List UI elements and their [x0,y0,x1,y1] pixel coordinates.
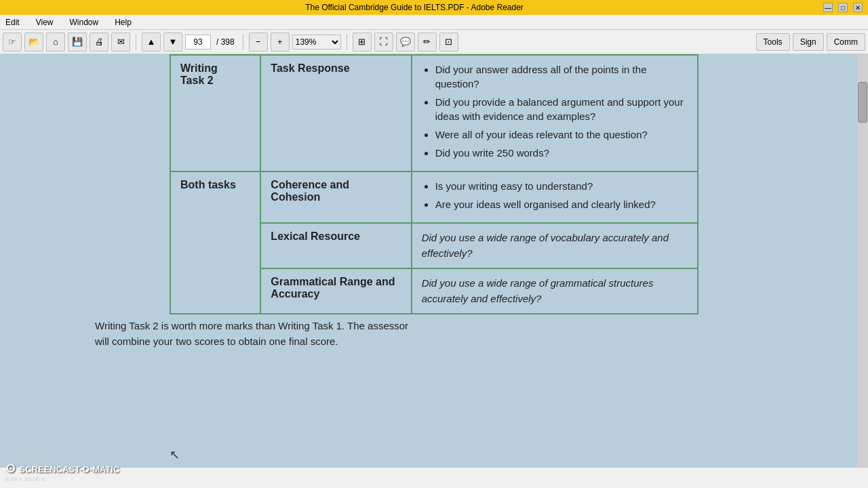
scroll-thumb[interactable] [858,82,867,123]
questions-cell-coherence: Is your writing easy to understand? Are … [412,171,698,223]
table-row: WritingTask 2 Task Response Did your ans… [170,55,698,171]
criterion-cell-coherence: Coherence and Cohesion [260,171,411,223]
list-item: Are your ideas well organised and clearl… [435,197,688,211]
list-item: Did you write 250 words? [435,146,688,160]
page-number-input[interactable] [185,35,211,49]
questions-list-coherence: Is your writing easy to understand? Are … [422,179,688,211]
questions-cell-task-response: Did your answer address all of the point… [412,55,698,171]
brand-text: SCREENCAST-O-MATIC [20,464,120,474]
criterion-grammar: Grammatical Range and Accuracy [271,276,395,300]
menu-bar: Edit View Window Help [0,15,868,30]
home-button[interactable]: ⌂ [46,33,65,52]
comment-button[interactable]: 💬 [396,33,415,52]
bottom-line2: will combine your two scores to obtain o… [95,336,338,347]
email-button[interactable]: ✉ [111,33,130,52]
full-screen-button[interactable]: ⛶ [374,33,393,52]
select-tool-button[interactable]: ☞ [3,33,22,52]
window-title: The Official Cambridge Guide to IELTS.PD… [305,3,524,12]
criterion-coherence: Coherence and Cohesion [271,179,349,203]
criterion-cell-task-response: Task Response [260,55,411,171]
close-button[interactable]: ✕ [853,3,863,12]
questions-list-task-response: Did your answer address all of the point… [422,62,688,160]
view-button[interactable]: ⊡ [439,33,458,52]
questions-cell-grammar: Did you use a wide range of grammatical … [412,268,698,314]
fit-page-button[interactable]: ⊞ [353,33,372,52]
watermark: RECORDED WITH ⊙ SCREENCAST-O-MATIC 8:44 … [5,452,119,483]
content-area: WritingTask 2 Task Response Did your ans… [0,54,868,468]
menu-help[interactable]: Help [112,16,134,28]
question-grammar: Did you use a wide range of grammatical … [422,277,654,304]
task-cell-both: Both tasks [170,171,260,314]
separator-2 [243,34,243,50]
scrollbar[interactable] [857,54,868,468]
separator-3 [347,34,347,50]
watermark-brand: ⊙ SCREENCAST-O-MATIC [5,460,119,476]
criterion-task-response: Task Response [271,62,349,74]
prev-page-button[interactable]: ▲ [142,33,161,52]
watermark-dims: 8:44 × 10:06 II [5,476,119,483]
main-table: WritingTask 2 Task Response Did your ans… [170,54,698,314]
pdf-content: WritingTask 2 Task Response Did your ans… [0,54,868,468]
annotate-button[interactable]: ✏ [418,33,437,52]
list-item: Were all of your ideas relevant to the q… [435,127,688,142]
criterion-lexical: Lexical Resource [271,230,360,242]
page-total: / 398 [214,37,237,47]
task-label-writing2: WritingTask 2 [180,62,218,86]
bottom-text: Writing Task 2 is worth more marks than … [14,314,854,353]
list-item: Did you provide a balanced argument and … [435,95,688,123]
task-cell-writing2: WritingTask 2 [170,55,260,171]
zoom-out-button[interactable]: − [249,33,268,52]
tools-button[interactable]: Tools [756,33,790,51]
open-button[interactable]: 📂 [24,33,43,52]
screencast-icon: ⊙ [5,462,16,475]
zoom-in-button[interactable]: + [271,33,290,52]
maximize-button[interactable]: □ [838,3,848,12]
sign-button[interactable]: Sign [793,33,824,51]
menu-view[interactable]: View [33,16,56,28]
save-button[interactable]: 💾 [68,33,87,52]
zoom-select[interactable]: 139% 100% 150% [292,35,341,49]
list-item: Did your answer address all of the point… [435,62,688,91]
table-row: Both tasks Coherence and Cohesion Is you… [170,171,698,223]
separator-1 [136,34,136,50]
title-bar-right: — □ ✕ [823,3,863,12]
bottom-line1: Writing Task 2 is worth more marks than … [95,320,408,331]
minimize-button[interactable]: — [823,3,833,12]
menu-edit[interactable]: Edit [3,16,22,28]
criterion-cell-grammar: Grammatical Range and Accuracy [260,268,411,314]
next-page-button[interactable]: ▼ [163,33,182,52]
menu-window[interactable]: Window [66,16,101,28]
print-button[interactable]: 🖨 [90,33,108,52]
questions-cell-lexical: Did you use a wide range of vocabulary a… [412,223,698,268]
title-bar: The Official Cambridge Guide to IELTS.PD… [0,0,868,15]
criterion-cell-lexical: Lexical Resource [260,223,411,268]
question-lexical: Did you use a wide range of vocabulary a… [422,232,669,259]
watermark-recorded-label: RECORDED WITH [5,452,119,459]
comm-button[interactable]: Comm [827,33,865,51]
title-bar-center: The Official Cambridge Guide to IELTS.PD… [5,3,823,12]
list-item: Is your writing easy to understand? [435,179,688,193]
toolbar: ☞ 📂 ⌂ 💾 🖨 ✉ ▲ ▼ / 398 − + 139% 100% 150%… [0,30,868,54]
task-label-both: Both tasks [180,179,236,190]
